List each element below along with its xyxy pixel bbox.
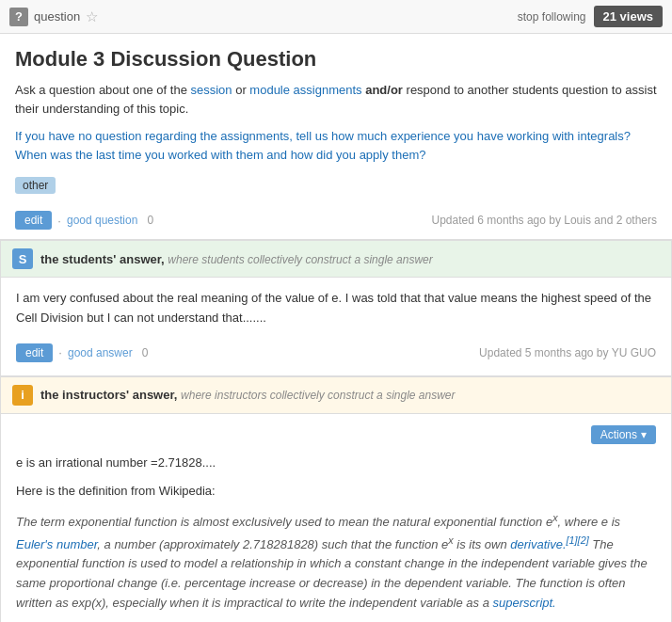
- e-value-text: e is an irrational number =2.71828....: [16, 454, 656, 473]
- andor-bold: and/or: [365, 83, 403, 97]
- instructors-section-header: i the instructors' answer, where instruc…: [1, 377, 671, 414]
- students-updated-text: Updated 5 months ago by YU GUO: [479, 346, 656, 359]
- good-answer-link[interactable]: good answer: [68, 346, 133, 359]
- views-badge: 21 views: [594, 6, 664, 27]
- question-title: Module 3 Discussion Question: [15, 47, 657, 72]
- question-action-left: edit · good question 0: [15, 211, 153, 230]
- question-edit-button[interactable]: edit: [15, 211, 52, 230]
- header-left: ? question ☆: [9, 8, 98, 26]
- instructors-answer-section: i the instructors' answer, where instruc…: [0, 376, 672, 622]
- separator: ·: [58, 345, 62, 359]
- students-answer-section: S the students' answer, where students c…: [0, 240, 672, 376]
- separator: ·: [57, 214, 61, 228]
- students-vote-count: 0: [142, 346, 149, 359]
- good-question-link[interactable]: good question: [67, 214, 137, 227]
- question-vote-count: 0: [147, 214, 153, 227]
- definition-label: Here is the definition from Wikipedia:: [16, 482, 656, 502]
- tag-other[interactable]: other: [15, 177, 56, 194]
- students-section-body: I am very confused about the real meanin…: [1, 278, 671, 375]
- students-action-left: edit · good answer 0: [16, 343, 148, 362]
- students-section-header: S the students' answer, where students c…: [1, 241, 671, 278]
- question-secondary: If you have no question regarding the as…: [15, 127, 657, 164]
- session-highlight: session: [190, 83, 232, 97]
- students-action-bar: edit · good answer 0 Updated 5 months ag…: [16, 338, 656, 364]
- module-highlight: module assignments: [249, 83, 361, 97]
- actions-button[interactable]: Actions ▾: [591, 425, 656, 444]
- instructors-section-title: the instructors' answer, where instructo…: [40, 388, 456, 402]
- actions-btn-area: Actions ▾: [16, 425, 656, 450]
- derivative-link[interactable]: derivative.[1][2]: [510, 537, 588, 551]
- euler-link[interactable]: Euler's number: [16, 537, 97, 551]
- page-type-label: question: [34, 9, 80, 24]
- wikipedia-text: The term exponential function is almost …: [16, 509, 656, 614]
- question-updated-text: Updated 6 months ago by Louis and 2 othe…: [432, 214, 658, 227]
- question-body: Ask a question about one of the session …: [15, 81, 657, 118]
- students-edit-button[interactable]: edit: [16, 343, 53, 362]
- header-right: stop following 21 views: [518, 6, 663, 27]
- tag-area: other: [15, 177, 657, 194]
- students-section-title: the students' answer, where students col…: [40, 252, 433, 266]
- question-section: Module 3 Discussion Question Ask a quest…: [0, 34, 672, 240]
- question-icon: ?: [9, 8, 28, 26]
- stop-following-link[interactable]: stop following: [518, 10, 586, 24]
- students-icon: S: [12, 248, 33, 269]
- instructors-icon: i: [12, 385, 33, 406]
- instructors-section-body: Actions ▾ e is an irrational number =2.7…: [1, 414, 671, 622]
- chevron-down-icon: ▾: [641, 428, 647, 441]
- superscript-link[interactable]: superscript.: [493, 596, 556, 610]
- question-action-bar: edit · good question 0 Updated 6 months …: [15, 205, 657, 230]
- page-header: ? question ☆ stop following 21 views: [0, 0, 672, 34]
- students-answer-text: I am very confused about the real meanin…: [16, 289, 656, 328]
- star-icon[interactable]: ☆: [86, 8, 98, 25]
